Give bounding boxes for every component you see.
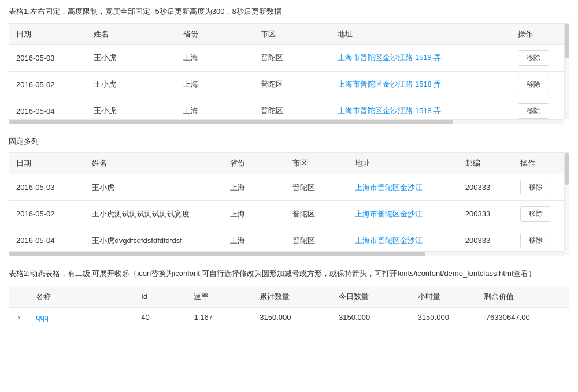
cell-city: 普陀区 xyxy=(254,71,331,98)
table2-scrollbar-track xyxy=(564,153,569,251)
col2-header-name: 姓名 xyxy=(85,153,223,174)
remove-button[interactable]: 移除 xyxy=(518,103,549,119)
cell-action: 移除 xyxy=(513,227,569,254)
col2-header-city: 市区 xyxy=(286,153,348,174)
table-row: 2016-05-03 王小虎 上海 普陀区 上海市普陀区金沙江 200333 移… xyxy=(9,174,569,201)
col3-header-rate: 速率 xyxy=(187,286,253,308)
hscrollbar-thumb[interactable] xyxy=(9,120,453,124)
cell-city: 普陀区 xyxy=(286,201,348,227)
cell-address: 上海市普陀区金沙江 xyxy=(348,174,458,201)
cell-city: 普陀区 xyxy=(254,44,331,71)
table2-container: 日期 姓名 省份 市区 地址 邮编 操作 2016-05-03 王小虎 上海 普… xyxy=(9,152,569,256)
cell-address: 上海市普陀区金沙江 xyxy=(348,201,458,227)
table1-container: 日期 姓名 省份 市区 地址 操作 2016-05-03 王小虎 上海 普陀区 … xyxy=(9,23,569,124)
table-row: 2016-05-04 王小虎dvgdfsdfdsfdfdfdfdsf 上海 普陀… xyxy=(9,227,569,254)
cell-id: 40 xyxy=(134,307,187,327)
cell-action: 移除 xyxy=(513,201,569,227)
cell-name: 王小虎 xyxy=(85,174,223,201)
cell-remaining: -76330647.00 xyxy=(477,307,569,327)
table3: 名称 Id 速率 累计数量 今日数量 小时量 剩余价值 › qqq 40 1.1… xyxy=(9,286,569,327)
table2-hscrollbar-track xyxy=(9,251,564,256)
remove-button[interactable]: 移除 xyxy=(520,180,551,195)
cell-zip: 200333 xyxy=(458,201,514,227)
cell-date: 2016-05-04 xyxy=(9,227,85,254)
col2-header-zip: 邮编 xyxy=(458,153,514,174)
cell-rate: 1.167 xyxy=(187,307,253,327)
cell-zip: 200333 xyxy=(458,227,514,254)
cell-address: 上海市普陀区金沙江路 1518 弄 xyxy=(331,71,511,98)
cell-province: 上海 xyxy=(223,227,286,254)
col-header-date: 日期 xyxy=(9,24,87,45)
scrollbar-track xyxy=(564,24,569,119)
remove-button[interactable]: 移除 xyxy=(518,50,549,66)
table1-scroll[interactable]: 日期 姓名 省份 市区 地址 操作 2016-05-03 王小虎 上海 普陀区 … xyxy=(9,24,569,124)
table-row: 2016-05-02 王小虎 上海 普陀区 上海市普陀区金沙江路 1518 弄 … xyxy=(9,71,569,98)
cell-name: 王小虎 xyxy=(87,44,177,71)
cell-city: 普陀区 xyxy=(286,174,348,201)
table3-container: 名称 Id 速率 累计数量 今日数量 小时量 剩余价值 › qqq 40 1.1… xyxy=(9,286,569,327)
col3-header-name: 名称 xyxy=(29,286,134,308)
col-header-city: 市区 xyxy=(254,24,331,45)
col2-header-date: 日期 xyxy=(9,153,85,174)
cell-city: 普陀区 xyxy=(286,227,348,254)
col2-header-province: 省份 xyxy=(223,153,286,174)
cell-total: 3150.000 xyxy=(253,307,332,327)
col3-header-remaining: 剩余价值 xyxy=(477,286,569,308)
cell-province: 上海 xyxy=(176,44,254,71)
cell-date: 2016-05-03 xyxy=(9,174,85,201)
cell-hour: 3150.000 xyxy=(411,307,477,327)
cell-name: qqq xyxy=(29,307,134,327)
table2-hscrollbar-thumb[interactable] xyxy=(9,252,425,256)
cell-date: 2016-05-02 xyxy=(9,201,85,227)
remove-button[interactable]: 移除 xyxy=(520,206,551,222)
remove-button[interactable]: 移除 xyxy=(520,233,551,248)
cell-province: 上海 xyxy=(223,201,286,227)
table3-title: 表格2:动态表格，有二级,可展开收起（icon替换为iconfont,可自行选择… xyxy=(9,268,569,280)
table-row: › qqq 40 1.167 3150.000 3150.000 3150.00… xyxy=(9,307,569,327)
cell-date: 2016-05-03 xyxy=(9,44,87,71)
cell-address: 上海市普陀区金沙江 xyxy=(348,227,458,254)
table2: 日期 姓名 省份 市区 地址 邮编 操作 2016-05-03 王小虎 上海 普… xyxy=(9,153,569,256)
cell-date: 2016-05-02 xyxy=(9,71,87,98)
table1-title: 表格1:左右固定，高度限制，宽度全部固定--5秒后更新高度为300，8秒后更新数… xyxy=(9,6,569,17)
cell-expand[interactable]: › xyxy=(9,307,29,327)
cell-action: 移除 xyxy=(513,174,569,201)
col3-header-id: Id xyxy=(134,286,187,308)
cell-today: 3150.000 xyxy=(332,307,411,327)
col2-header-action: 操作 xyxy=(513,153,569,174)
cell-zip: 200333 xyxy=(458,174,514,201)
cell-name: 王小虎dvgdfsdfdsfdfdfdfdsf xyxy=(85,227,223,254)
cell-address: 上海市普陀区金沙江路 1518 弄 xyxy=(331,44,511,71)
col-header-address: 地址 xyxy=(331,24,511,45)
cell-name: 王小虎测试测试测试测试宽度 xyxy=(85,201,223,227)
hscrollbar-track xyxy=(9,119,564,124)
table2-title: 固定多列 xyxy=(9,136,569,147)
col3-header-hour: 小时量 xyxy=(411,286,477,308)
table-row: 2016-05-02 王小虎测试测试测试测试宽度 上海 普陀区 上海市普陀区金沙… xyxy=(9,201,569,227)
col3-header-total: 累计数量 xyxy=(253,286,332,308)
cell-action: 移除 xyxy=(511,71,569,98)
cell-name: 王小虎 xyxy=(87,71,177,98)
table1: 日期 姓名 省份 市区 地址 操作 2016-05-03 王小虎 上海 普陀区 … xyxy=(9,24,569,124)
table2-scrollbar-thumb[interactable] xyxy=(565,153,569,185)
col2-header-address: 地址 xyxy=(348,153,458,174)
remove-button[interactable]: 移除 xyxy=(518,77,549,92)
table2-scroll[interactable]: 日期 姓名 省份 市区 地址 邮编 操作 2016-05-03 王小虎 上海 普… xyxy=(9,153,569,256)
col-header-name: 姓名 xyxy=(87,24,177,45)
cell-province: 上海 xyxy=(223,174,286,201)
cell-action: 移除 xyxy=(511,44,569,71)
col3-header-expand xyxy=(9,286,29,308)
scrollbar-thumb[interactable] xyxy=(565,24,569,58)
cell-province: 上海 xyxy=(176,71,254,98)
col-header-province: 省份 xyxy=(176,24,254,45)
table-row: 2016-05-03 王小虎 上海 普陀区 上海市普陀区金沙江路 1518 弄 … xyxy=(9,44,569,71)
col3-header-today: 今日数量 xyxy=(332,286,411,308)
col-header-action: 操作 xyxy=(511,24,569,45)
